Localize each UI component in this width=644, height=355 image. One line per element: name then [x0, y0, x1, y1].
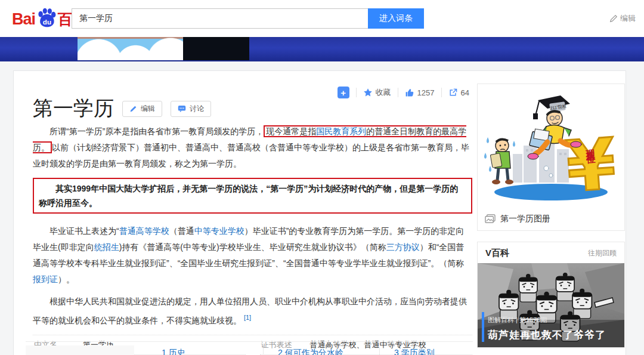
link-tongzhaosheng[interactable]: 统招生: [94, 242, 119, 252]
paragraph-4: 根据中华人民共和国就业促进法的规定，用人单位招用人员、职业中介机构从事职业中介活…: [33, 294, 472, 329]
speech-bubble-icon: [178, 105, 186, 113]
table-of-contents: 1 历史 2 何可作为分水岭 3 学历类别: [26, 341, 473, 355]
svg-text:¥: ¥: [564, 122, 618, 206]
link-tripartite-agreement[interactable]: 三方协议: [386, 242, 420, 252]
paragraph-3: 毕业证书上表述为“普通高等学校（普通中等专业学校）毕业证书”的专业教育学历为第一…: [33, 223, 472, 288]
banner-black-block: [183, 37, 249, 60]
red-annotated-paragraph: 其实1999年中国大陆大学扩招后，并无第一学历的说法，“第一学历”为计划经济时代…: [33, 178, 472, 214]
collect-button[interactable]: 收藏: [363, 87, 391, 98]
share-button[interactable]: 64: [448, 88, 469, 97]
share-count: 64: [461, 88, 469, 97]
edit-entry-button[interactable]: 编辑: [122, 101, 162, 117]
link-secondary-school[interactable]: 中等专业学校: [194, 226, 244, 236]
link-regular-college[interactable]: 普通高等学校: [119, 226, 169, 236]
p1-text2: 以前（计划经济背景下）普通初中、普通高中、普通高校（含普通中等专业学校）的上级是…: [33, 143, 469, 168]
edit-entry-label: 编辑: [141, 104, 155, 114]
past-issues-link[interactable]: 往期回顾: [588, 248, 617, 258]
collect-label: 收藏: [376, 87, 391, 98]
divider: [379, 348, 380, 355]
vbaike-header: V百科 往期回顾: [478, 242, 624, 263]
p3-text: 毕业证书上表述为“: [49, 226, 119, 236]
action-bar: + 收藏 1257 64: [338, 87, 469, 98]
banner-partial-image: [78, 37, 183, 60]
baidu-paw-icon: du: [36, 8, 57, 28]
discuss-button[interactable]: 讨论: [171, 101, 211, 117]
pencil-icon: [129, 105, 137, 113]
title-row: 第一学历 编辑 讨论: [33, 95, 211, 122]
blue-banner: [0, 37, 644, 61]
toc-side-panel: [26, 345, 134, 355]
p3-text: （普通: [169, 226, 194, 236]
album-card: ¥ 理想单位 “211”院校: [477, 84, 625, 231]
vbaike-title: V百科: [485, 248, 509, 259]
album-caption[interactable]: 第一学历图册: [478, 209, 624, 224]
reference-link-1[interactable]: [1]: [244, 314, 251, 321]
header-edit-label: 编辑: [620, 13, 636, 24]
add-button[interactable]: +: [338, 87, 349, 98]
page-title: 第一学历: [33, 95, 114, 122]
toc-item-1[interactable]: 1 历史: [162, 348, 263, 355]
p1-red-text: 现今通常是指: [266, 126, 316, 136]
search-input[interactable]: [72, 8, 368, 29]
pencil-icon: [609, 14, 618, 23]
photo-album-icon: [485, 214, 496, 224]
link-national-education-series[interactable]: 国民教育系列: [316, 126, 366, 136]
p3-text: ）。: [58, 274, 75, 284]
header-edit-link[interactable]: 编辑: [609, 13, 636, 24]
album-caption-label: 第一学历图册: [500, 214, 550, 224]
paragraph-1: 所谓“第一学历”原本是指由各省市第一教育局颁发的学历，现今通常是指国民教育系列的…: [33, 124, 472, 172]
p1-text: 所谓“第一学历”原本是指由各省市第一教育局颁发的学历，: [49, 126, 264, 136]
vbaike-card: V百科 往期回顾: [477, 242, 625, 348]
blue-accent-bar: [482, 312, 484, 342]
divider: [441, 88, 442, 97]
discuss-label: 讨论: [190, 104, 204, 114]
series-tag: 图解百科 | 第1578期: [488, 316, 547, 325]
link-registration-card[interactable]: 报到证: [33, 274, 58, 284]
vbaike-media[interactable]: 图解百科 | 第1578期 葫芦娃再也救不了爷爷了: [478, 263, 624, 347]
enter-entry-button[interactable]: 进入词条: [368, 8, 424, 29]
top-header: Bai du 百科 进入词条 编辑: [0, 0, 644, 37]
star-icon: [363, 88, 373, 97]
album-illustration[interactable]: ¥ 理想单位 “211”院校: [481, 87, 621, 206]
toc-item-2[interactable]: 2 何可作为分水岭: [278, 348, 379, 355]
divider: [356, 88, 357, 97]
like-button[interactable]: 1257: [405, 88, 435, 97]
logo-text-du: du: [43, 18, 51, 26]
logo-text-bai: Bai: [12, 10, 35, 28]
p3-text: )持有《普通高等(中等专业)学校毕业生、毕业研究生就业协议书》（简称: [119, 242, 386, 252]
toc-item-3[interactable]: 3 学历类别: [394, 348, 460, 355]
divider: [263, 348, 264, 355]
article-body: 所谓“第一学历”原本是指由各省市第一教育局颁发的学历，现今通常是指国民教育系列的…: [33, 124, 472, 355]
vbaike-headline: 葫芦娃再也救不了爷爷了: [488, 328, 606, 342]
like-count: 1257: [417, 88, 435, 97]
thumb-up-icon: [405, 88, 414, 97]
divider: [398, 88, 398, 97]
share-icon: [448, 88, 458, 97]
toc-links: 1 历史 2 何可作为分水岭 3 学历类别: [162, 345, 460, 355]
